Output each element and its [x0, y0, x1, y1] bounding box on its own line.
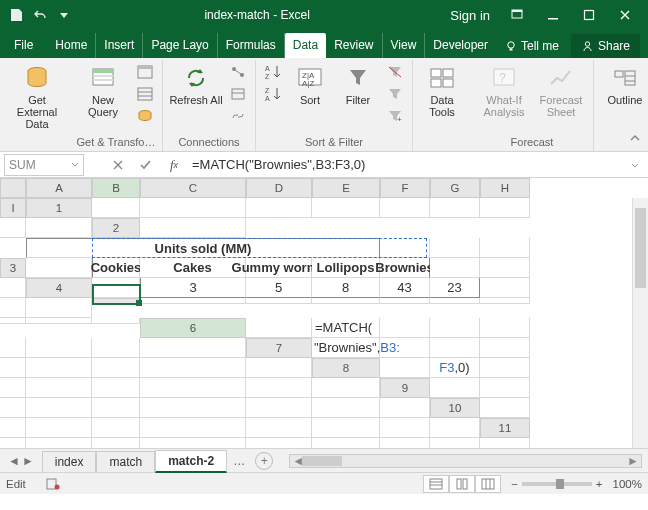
cell[interactable]: F3,0) [430, 358, 480, 378]
from-table-icon[interactable] [134, 84, 156, 104]
cell[interactable] [312, 378, 380, 398]
refresh-all-button[interactable]: Refresh All [169, 62, 223, 106]
cell[interactable] [380, 358, 430, 378]
select-all-corner[interactable] [0, 178, 26, 198]
cell[interactable] [246, 358, 312, 378]
undo-icon[interactable] [30, 5, 50, 25]
show-queries-icon[interactable] [134, 62, 156, 82]
cell[interactable] [430, 318, 480, 338]
cell[interactable] [480, 258, 530, 278]
cell[interactable]: Cookies [92, 258, 140, 278]
cell[interactable] [92, 358, 140, 378]
insert-function-icon[interactable]: fx [160, 154, 188, 176]
cancel-formula-icon[interactable] [104, 154, 132, 176]
formula-input[interactable]: =MATCH("Brownies",B3:F3,0) [188, 157, 630, 172]
cell[interactable] [380, 318, 430, 338]
row-header[interactable]: 7 [246, 338, 312, 358]
cell[interactable] [480, 338, 530, 358]
cell[interactable] [246, 318, 312, 338]
col-header[interactable]: A [26, 178, 92, 198]
tab-view[interactable]: View [383, 33, 426, 58]
sort-desc-icon[interactable]: ZA [262, 84, 284, 104]
tab-page-layout[interactable]: Page Layo [143, 33, 217, 58]
cell[interactable] [0, 298, 26, 318]
properties-icon[interactable] [227, 84, 249, 104]
col-header[interactable]: D [246, 178, 312, 198]
cell[interactable] [480, 198, 530, 218]
col-header[interactable]: B [92, 178, 140, 198]
row-header[interactable]: 9 [380, 378, 430, 398]
cell[interactable]: Gummy worms [246, 258, 312, 278]
tab-prev-icon[interactable]: ◄ [8, 454, 20, 468]
close-icon[interactable] [608, 1, 642, 29]
name-box[interactable]: SUM [4, 154, 84, 176]
cell[interactable]: Brownies [380, 258, 430, 278]
cell[interactable]: 43 [380, 278, 430, 298]
forecast-sheet-button[interactable]: Forecast Sheet [535, 62, 587, 118]
cell[interactable] [0, 358, 26, 378]
vertical-scrollbar[interactable] [632, 198, 648, 448]
what-if-button[interactable]: ? What-If Analysis [477, 62, 531, 118]
cell[interactable] [92, 198, 140, 218]
new-sheet-icon[interactable]: + [255, 452, 273, 470]
cell[interactable] [140, 198, 246, 218]
cell[interactable] [246, 378, 312, 398]
cell[interactable] [480, 238, 530, 258]
cell[interactable] [92, 378, 140, 398]
tab-developer[interactable]: Developer [425, 33, 496, 58]
col-header[interactable]: E [312, 178, 380, 198]
cell[interactable]: Lollipops [312, 258, 380, 278]
zoom-out-icon[interactable]: − [511, 478, 518, 490]
cell[interactable] [92, 338, 140, 358]
cell[interactable] [430, 198, 480, 218]
view-page-break-icon[interactable] [475, 475, 501, 493]
sign-in-link[interactable]: Sign in [450, 8, 490, 23]
cell[interactable] [26, 338, 92, 358]
cell[interactable] [380, 238, 430, 258]
filter-button[interactable]: Filter [336, 62, 380, 106]
cell[interactable]: Cakes [140, 258, 246, 278]
row-header[interactable]: 6 [140, 318, 246, 338]
tab-home[interactable]: Home [47, 33, 96, 58]
row-header[interactable]: 2 [92, 218, 140, 238]
macro-record-icon[interactable] [46, 478, 60, 490]
col-header[interactable]: G [430, 178, 480, 198]
cell[interactable] [430, 258, 480, 278]
cell[interactable] [312, 198, 380, 218]
cell[interactable] [26, 258, 92, 278]
cell[interactable] [480, 278, 530, 298]
clear-filter-icon[interactable] [384, 62, 406, 82]
row-header[interactable]: 4 [26, 278, 92, 298]
cell[interactable]: Units sold (MM) [26, 238, 380, 258]
qat-dropdown-icon[interactable] [54, 5, 74, 25]
tab-file[interactable]: File [4, 33, 47, 58]
maximize-icon[interactable] [572, 1, 606, 29]
tab-insert[interactable]: Insert [96, 33, 143, 58]
cell[interactable] [480, 318, 530, 338]
cell[interactable] [246, 198, 312, 218]
row-header[interactable] [92, 298, 140, 304]
expand-formula-bar-icon[interactable] [630, 160, 648, 170]
tab-data[interactable]: Data [285, 33, 326, 58]
cell[interactable] [0, 278, 26, 298]
cell[interactable] [26, 378, 92, 398]
save-icon[interactable] [6, 5, 26, 25]
horizontal-scrollbar[interactable]: ◄ ► [289, 454, 642, 468]
zoom-level[interactable]: 100% [613, 478, 642, 490]
col-header[interactable]: F [380, 178, 430, 198]
row-header[interactable]: 1 [26, 198, 92, 218]
recent-sources-icon[interactable] [134, 106, 156, 126]
col-header[interactable]: H [480, 178, 530, 198]
sheet-tab[interactable]: index [42, 451, 97, 472]
ribbon-options-icon[interactable] [500, 1, 534, 29]
data-tools-button[interactable]: Data Tools [419, 62, 465, 118]
cell[interactable] [0, 218, 26, 238]
row-header[interactable]: 3 [0, 258, 26, 278]
cell[interactable] [140, 378, 246, 398]
cell[interactable] [0, 378, 26, 398]
new-query-button[interactable]: New Query [76, 62, 130, 118]
get-external-data-button[interactable]: Get External Data [10, 62, 64, 130]
view-page-layout-icon[interactable] [449, 475, 475, 493]
reapply-icon[interactable] [384, 84, 406, 104]
sort-asc-icon[interactable]: AZ [262, 62, 284, 82]
